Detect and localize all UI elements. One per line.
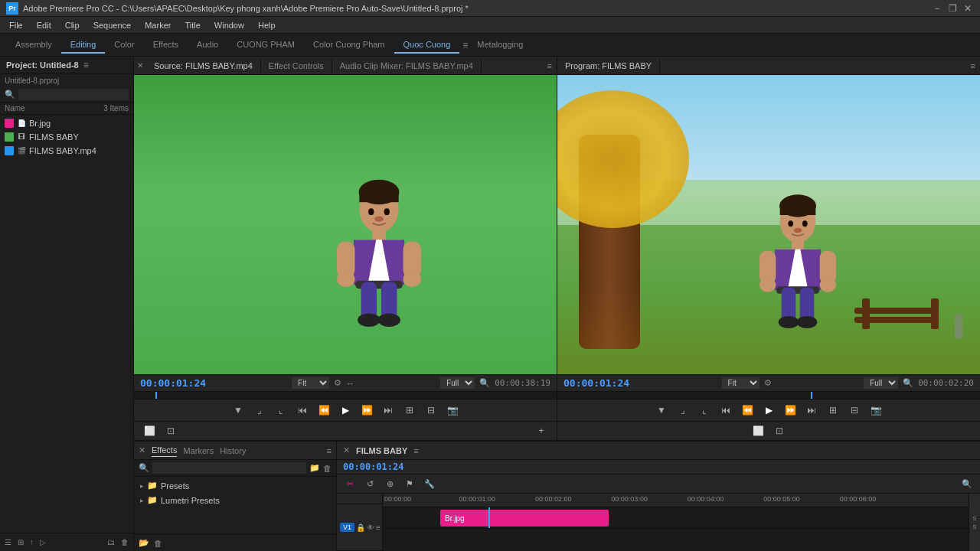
source-overwrite-btn[interactable]: ⊟	[422, 403, 440, 418]
program-mark-in-btn[interactable]: ▼	[652, 403, 671, 418]
program-quality-select[interactable]: Full 1/2	[864, 377, 898, 389]
v1-eye-icon[interactable]: 👁	[367, 523, 374, 532]
program-step-fwd-btn[interactable]: ⏭	[802, 403, 821, 418]
presets-tree-item[interactable]: ▸ 📁 Presets	[134, 478, 336, 493]
timeline-settings-btn[interactable]: 🔧	[421, 477, 438, 491]
workspace-menu-icon[interactable]: ≡	[462, 40, 468, 51]
right-scroller[interactable]: S S	[969, 494, 980, 551]
effects-search-input[interactable]	[152, 462, 306, 474]
menu-window[interactable]: Window	[208, 19, 250, 31]
source-timebar[interactable]	[134, 391, 557, 399]
tab-assembly[interactable]: Assembly	[6, 37, 61, 54]
br-jpg-clip[interactable]: Br.jpg	[440, 510, 609, 527]
tab-metalogging[interactable]: Metalogging	[468, 37, 532, 54]
effects-new-bin-icon[interactable]: 📂	[139, 538, 149, 548]
icon-view-icon[interactable]: ⊞	[16, 536, 25, 548]
add-marker-btn[interactable]: ⚑	[401, 477, 418, 491]
menu-marker[interactable]: Marker	[139, 19, 177, 31]
source-mark-prev-btn[interactable]: ⌟	[250, 403, 269, 418]
source-insert-btn[interactable]: ⊞	[400, 403, 419, 418]
ripple-delete-btn[interactable]: ↺	[361, 477, 378, 491]
program-fit-select[interactable]: Fit 50% Full	[722, 377, 760, 389]
program-camera-btn[interactable]: 📷	[867, 403, 885, 418]
title-bar-controls[interactable]: − ❐ ✕	[931, 2, 974, 15]
program-safe-margins-btn[interactable]: ⬜	[749, 423, 767, 439]
project-search-input[interactable]	[18, 89, 129, 100]
zoom-in-btn[interactable]: 🔍	[959, 477, 975, 491]
program-zoom-icon[interactable]: 🔍	[903, 378, 913, 388]
tab-effects[interactable]: Effects	[144, 37, 188, 54]
autoplay-icon[interactable]: ▷	[38, 536, 47, 548]
program-mark-next-btn[interactable]: ⌞	[695, 403, 714, 418]
menu-clip[interactable]: Clip	[59, 19, 86, 31]
markers-tab[interactable]: Markers	[183, 445, 214, 457]
timeline-playhead[interactable]	[488, 507, 490, 528]
source-transport-icon[interactable]: ↔	[346, 379, 354, 388]
list-view-icon[interactable]: ☰	[3, 536, 13, 548]
effects-new-icon[interactable]: 📁	[309, 463, 320, 473]
tab-editing[interactable]: Editing	[61, 37, 106, 54]
program-timebar[interactable]	[557, 391, 980, 399]
source-settings-icon[interactable]: ⚙	[334, 378, 341, 388]
tab-quoc-cuong[interactable]: Quoc Cuong	[394, 37, 460, 54]
program-export-frame-btn[interactable]: ⊡	[770, 423, 789, 439]
razor-tool-btn[interactable]: ✂	[341, 477, 358, 491]
effects-tab[interactable]: Effects	[152, 444, 177, 457]
program-step-back-btn[interactable]: ⏮	[717, 403, 735, 418]
effects-trash-icon[interactable]: 🗑	[154, 539, 162, 548]
source-play-btn[interactable]: ▶	[336, 403, 354, 418]
snap-btn[interactable]: ⊕	[381, 477, 398, 491]
timeline-close-icon[interactable]: ✕	[343, 445, 350, 455]
sort-icon[interactable]: ↑	[28, 536, 35, 548]
program-lift-btn[interactable]: ⊞	[824, 403, 842, 418]
source-export-frame-btn[interactable]: ⊡	[162, 423, 180, 439]
program-monitor-menu-icon[interactable]: ≡	[971, 61, 975, 70]
effects-panel-close[interactable]: ✕	[139, 445, 145, 455]
program-mark-prev-btn[interactable]: ⌟	[674, 403, 692, 418]
source-mark-in-btn[interactable]: ▼	[229, 403, 247, 418]
menu-title[interactable]: Title	[178, 19, 206, 31]
source-quality-select[interactable]: Full 1/2 1/4	[440, 377, 475, 389]
program-step-fwd1-btn[interactable]: ⏩	[781, 403, 799, 418]
project-menu-icon[interactable]: ≡	[83, 60, 89, 70]
menu-file[interactable]: File	[3, 19, 29, 31]
source-step-back1-btn[interactable]: ⏪	[315, 403, 333, 418]
tab-color-cuong[interactable]: Color Cuong Pham	[304, 37, 394, 54]
tab-cuong-pham[interactable]: CUONG PHAM	[227, 37, 304, 54]
tab-color[interactable]: Color	[105, 37, 143, 54]
program-settings-icon[interactable]: ⚙	[764, 378, 772, 388]
v1-lock-icon[interactable]: 🔒	[356, 523, 365, 532]
restore-button[interactable]: ❐	[946, 2, 959, 15]
minimize-button[interactable]: −	[931, 2, 943, 15]
program-step-back1-btn[interactable]: ⏪	[738, 403, 756, 418]
source-monitor-menu-icon[interactable]: ≡	[547, 61, 552, 70]
delete-icon[interactable]: 🗑	[119, 536, 130, 548]
source-step-back-btn[interactable]: ⏮	[293, 403, 312, 418]
source-camera-btn[interactable]: 📷	[443, 403, 462, 418]
tab-audio[interactable]: Audio	[188, 37, 227, 54]
source-add-btn[interactable]: +	[532, 423, 550, 439]
menu-help[interactable]: Help	[252, 19, 282, 31]
lumetri-presets-tree-item[interactable]: ▸ 📁 Lumetri Presets	[134, 493, 336, 507]
program-extract-btn[interactable]: ⊟	[845, 403, 864, 418]
effects-menu-icon[interactable]: ≡	[327, 446, 332, 455]
new-item-icon[interactable]: 🗂	[106, 536, 116, 548]
source-step-fwd-btn[interactable]: ⏭	[379, 403, 397, 418]
source-fit-select[interactable]: Fit 25% 50% Full	[292, 377, 329, 389]
history-tab[interactable]: History	[220, 445, 246, 457]
close-button[interactable]: ✕	[962, 2, 974, 15]
source-tab-close[interactable]: ✕	[137, 61, 143, 70]
effects-delete-icon[interactable]: 🗑	[323, 464, 332, 473]
menu-edit[interactable]: Edit	[31, 19, 57, 31]
source-step-fwd1-btn[interactable]: ⏩	[358, 403, 376, 418]
menu-sequence[interactable]: Sequence	[87, 19, 138, 31]
effect-controls-tab[interactable]: Effect Controls	[261, 59, 332, 73]
timeline-menu-icon[interactable]: ≡	[413, 446, 418, 455]
program-play-btn[interactable]: ▶	[760, 403, 778, 418]
v1-sync-icon[interactable]: ≡	[376, 523, 381, 532]
program-tab[interactable]: Program: FILMS BABY	[557, 59, 660, 73]
source-tab[interactable]: Source: FILMS BABY.mp4	[146, 59, 261, 73]
source-zoom-icon[interactable]: 🔍	[479, 378, 490, 388]
list-item[interactable]: 🎞 FILMS BABY	[0, 130, 133, 144]
v1-track-btn[interactable]: V1	[340, 523, 354, 532]
